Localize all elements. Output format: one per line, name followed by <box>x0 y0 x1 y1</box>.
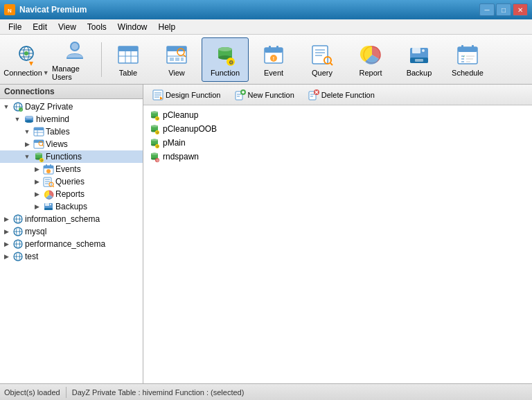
svg-point-27 <box>218 47 232 51</box>
toolbar-backup[interactable]: Backup <box>396 37 443 82</box>
title-bar-controls[interactable]: ─ □ ✕ <box>479 3 528 16</box>
svg-text:!: ! <box>273 56 274 61</box>
design-function-button[interactable]: Design Function <box>146 87 227 103</box>
toolbar-query[interactable]: Query <box>299 37 346 82</box>
list-item-pcleanupOOB[interactable]: ⚙ pCleanupOOB <box>143 122 532 136</box>
svg-point-130 <box>151 112 158 114</box>
table-icon <box>116 42 141 67</box>
events-icon <box>43 164 54 175</box>
menu-edit[interactable]: Edit <box>27 21 53 33</box>
expand-perf[interactable]: ▶ <box>1 239 11 249</box>
backups-icon <box>43 201 54 212</box>
toolbar-query-label: Query <box>312 69 332 77</box>
functions-icon: ⚙ <box>33 151 44 162</box>
list-item-rndspawn[interactable]: ⚙ rndspawn <box>143 150 532 164</box>
perf-schema-icon <box>12 238 24 250</box>
menu-window[interactable]: Window <box>112 21 153 33</box>
toolbar-function[interactable]: ⚙ Function <box>202 37 249 82</box>
app-title: Navicat Premium <box>19 5 87 15</box>
menu-file[interactable]: File <box>3 21 27 33</box>
svg-rect-32 <box>269 46 271 50</box>
view-icon <box>164 42 189 67</box>
content-area: ⚙ pCleanup ⚙ pCleanupOOB <box>143 105 532 383</box>
reports-icon <box>43 189 54 200</box>
tree-node-tables[interactable]: ▼ Tables <box>0 125 143 138</box>
maximize-button[interactable]: □ <box>496 3 511 16</box>
tree-node-hivemind[interactable]: ▼ hivemind <box>0 113 143 125</box>
hivemind-icon <box>24 114 35 125</box>
toolbar-manage-users[interactable]: Manage Users <box>51 37 98 82</box>
tree-node-mysql[interactable]: ▶ mysql <box>0 225 143 238</box>
status-bar: Object(s) loaded DayZ Private Table : hi… <box>0 383 532 400</box>
func-pmain-icon: ⚙ <box>149 137 160 148</box>
close-button[interactable]: ✕ <box>513 3 528 16</box>
delete-function-button[interactable]: Delete Function <box>302 87 381 103</box>
list-item-pmain[interactable]: ⚙ pMain <box>143 136 532 150</box>
expand-dayz[interactable]: ▼ <box>1 102 11 112</box>
status-right: DayZ Private Table : hivemind Function :… <box>72 388 245 397</box>
svg-point-142 <box>151 139 158 141</box>
status-separator <box>66 387 66 398</box>
expand-views[interactable]: ▶ <box>22 139 32 149</box>
minimize-button[interactable]: ─ <box>479 3 495 16</box>
toolbar-table[interactable]: Table <box>105 37 152 82</box>
schedule-icon: ✓ <box>455 42 480 67</box>
toolbar-manage-users-label: Manage Users <box>52 64 98 81</box>
expand-test[interactable]: ▶ <box>1 252 11 261</box>
menu-view[interactable]: View <box>53 21 82 33</box>
app-icon: N <box>4 4 15 15</box>
design-function-label: Design Function <box>166 91 221 99</box>
svg-text:✓: ✓ <box>20 108 22 112</box>
tree-node-views[interactable]: ▶ Views <box>0 138 143 150</box>
toolbar-view[interactable]: View <box>153 37 200 82</box>
expand-hivemind[interactable]: ▼ <box>12 114 22 124</box>
svg-rect-20 <box>175 58 179 61</box>
svg-rect-44 <box>412 48 420 53</box>
tree-node-queries[interactable]: ▶ Queries <box>0 175 143 188</box>
toolbar-schedule[interactable]: ✓ Schedule <box>444 37 491 82</box>
tree-node-test[interactable]: ▶ test <box>0 250 143 263</box>
backup-icon <box>407 42 432 67</box>
list-item-pcleanup[interactable]: ⚙ pCleanup <box>143 108 532 122</box>
svg-line-41 <box>330 63 332 65</box>
expand-mysql[interactable]: ▶ <box>1 227 11 236</box>
svg-point-79 <box>35 153 42 155</box>
expand-tables[interactable]: ▼ <box>22 127 32 137</box>
menu-help[interactable]: Help <box>153 21 181 33</box>
toolbar-connection[interactable]: Connection ▼ <box>3 37 50 82</box>
delete-function-label: Delete Function <box>321 91 375 99</box>
svg-line-92 <box>53 186 55 188</box>
perf-schema-label: performance_schema <box>25 239 105 249</box>
tree-node-dayz[interactable]: ▼ ✓ DayZ Private <box>0 101 143 113</box>
dayz-icon: ✓ <box>12 101 24 112</box>
connection-arrow: ▼ <box>43 69 49 76</box>
expand-backups[interactable]: ▶ <box>32 202 42 211</box>
func-pcleanupOOB-label: pCleanupOOB <box>163 124 217 134</box>
expand-info[interactable]: ▶ <box>1 214 11 224</box>
expand-queries[interactable]: ▶ <box>32 177 42 186</box>
toolbar-report[interactable]: Report <box>347 37 394 82</box>
tree-node-backups[interactable]: ▶ Backups <box>0 200 143 213</box>
menu-tools[interactable]: Tools <box>82 21 112 33</box>
tree-node-reports[interactable]: ▶ Reports <box>0 188 143 200</box>
connection-icon <box>14 42 39 67</box>
mysql-label: mysql <box>25 227 46 236</box>
toolbar-function-label: Function <box>211 69 240 77</box>
tree-node-info-schema[interactable]: ▶ information_schema <box>0 213 143 225</box>
expand-events[interactable]: ▶ <box>32 164 42 174</box>
toolbar-event[interactable]: ! Event <box>250 37 297 82</box>
info-schema-label: information_schema <box>25 214 100 224</box>
new-function-button[interactable]: New Function <box>229 87 301 103</box>
svg-rect-33 <box>276 46 278 50</box>
svg-rect-85 <box>50 164 51 167</box>
tree-node-events[interactable]: ▶ Events <box>0 163 143 175</box>
tree-node-perf-schema[interactable]: ▶ performance_schema <box>0 238 143 250</box>
tree-node-functions[interactable]: ▼ ⚙ Functions <box>0 150 143 163</box>
svg-rect-31 <box>265 48 283 53</box>
expand-reports[interactable]: ▶ <box>32 189 42 199</box>
connections-header: Connections <box>0 85 143 99</box>
func-pcleanupOOB-icon: ⚙ <box>149 123 160 134</box>
svg-rect-95 <box>45 203 49 206</box>
expand-functions[interactable]: ▼ <box>22 152 32 162</box>
title-bar-left: N Navicat Premium <box>4 4 87 15</box>
